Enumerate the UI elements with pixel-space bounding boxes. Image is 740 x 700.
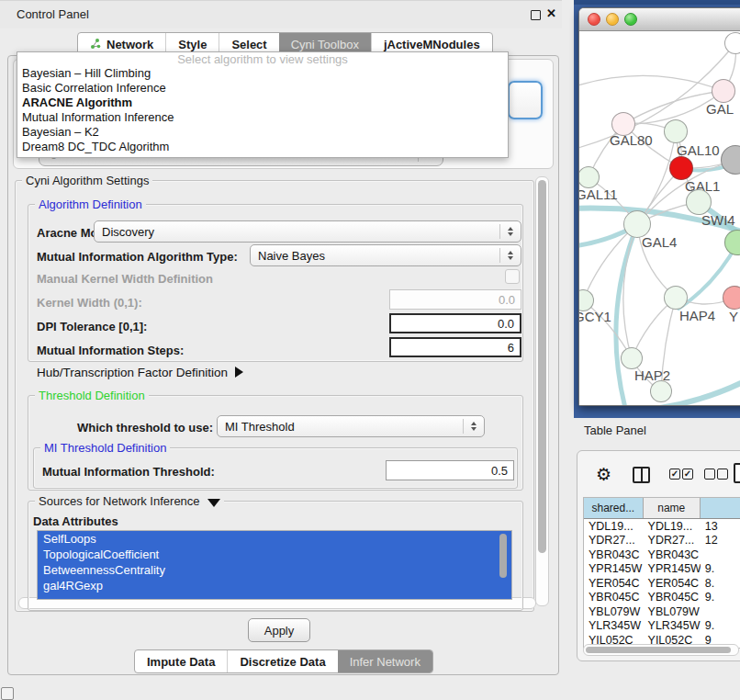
desktop-top-strip <box>574 0 740 5</box>
spinner-icon <box>463 419 477 433</box>
collapsed-arrow-icon <box>235 367 243 378</box>
table-cell: YLR345W <box>584 619 644 634</box>
network-node-gal1[interactable] <box>669 156 693 180</box>
network-window-titlebar[interactable] <box>579 8 740 31</box>
table-cell: 8. <box>701 576 740 591</box>
mi-threshold-label: Mutual Information Threshold: <box>42 465 215 479</box>
dpi-tolerance-field[interactable]: 0.0 <box>389 313 521 333</box>
tab-label: Cyni Toolbox <box>291 38 359 51</box>
network-node-swi4[interactable] <box>686 189 712 215</box>
table-cell: YDR27... <box>644 534 701 548</box>
table-panel: ⚙ ✓ ✓ shared...name YDL19...YDL19...13YD… <box>577 450 740 661</box>
data-attributes-list[interactable]: SelfLoopsTopologicalCoefficientBetweenne… <box>37 530 512 600</box>
table-cell <box>701 604 740 619</box>
zoom-traffic-light-icon[interactable] <box>624 13 637 26</box>
network-icon <box>90 39 101 50</box>
network-node-y[interactable] <box>723 286 740 310</box>
network-node-hap2[interactable] <box>621 347 643 369</box>
table-cell: YPR145W <box>644 562 701 577</box>
algorithm-item-bayesian-k2[interactable]: Bayesian – K2 <box>17 125 508 140</box>
tab-impute-data[interactable]: Impute Data <box>135 650 227 672</box>
attribute-item-topologicalcoefficient[interactable]: TopologicalCoefficient <box>38 547 511 562</box>
table-row[interactable]: YER054CYER054C8. <box>584 576 740 591</box>
network-node[interactable] <box>650 380 672 402</box>
algorithm-item-aracne-algorithm[interactable]: ARACNE Algorithm <box>17 96 508 110</box>
close-icon[interactable]: ✕ <box>546 6 556 20</box>
sources-group-label: Sources for Network Inference <box>39 494 200 508</box>
node-label-gal: GAL <box>706 101 734 117</box>
close-traffic-light-icon[interactable] <box>588 13 600 26</box>
table-row[interactable]: YDR27...YDR27...12 <box>584 534 740 548</box>
network-canvas[interactable]: GALGAL80GAL10GAL1GAL11SWI4GAL4GCY1HAP4YH… <box>579 31 740 405</box>
tab-label: Impute Data <box>147 655 215 669</box>
threshold-definition-title: Threshold Definition <box>35 389 149 402</box>
expanded-arrow-icon <box>207 499 220 507</box>
attribute-item-gal4rgexp[interactable]: gal4RGexp <box>38 578 511 593</box>
minimize-traffic-light-icon[interactable] <box>606 13 619 26</box>
network-node-hap4[interactable] <box>664 286 688 310</box>
dpi-tolerance-label: DPI Tolerance [0,1]: <box>37 320 147 333</box>
table-row[interactable]: YBL079WYBL079W <box>584 604 740 619</box>
node-attribute-table[interactable]: shared...name YDL19...YDL19...13YDR27...… <box>583 497 740 649</box>
algorithm-dropdown-popup: Select algorithm to view settings Bayesi… <box>17 51 509 158</box>
kernel-width-field[interactable]: 0.0 <box>389 289 521 310</box>
table-cell: YPR145W <box>584 562 644 577</box>
settings-vertical-scrollbar[interactable] <box>535 176 549 606</box>
mi-threshold-field[interactable]: 0.5 <box>386 460 514 480</box>
tab-infer-network[interactable]: Infer Network <box>338 650 432 672</box>
tab-discretize-data[interactable]: Discretize Data <box>227 650 337 672</box>
algorithm-item-mutual-information-inference[interactable]: Mutual Information Inference <box>17 110 508 125</box>
focused-combo-fragment[interactable] <box>508 81 543 119</box>
table-row[interactable]: YLR345WYLR345W9. <box>584 619 740 634</box>
table-row[interactable]: YBR043CYBR043C <box>584 548 740 562</box>
attributes-list-scrollbar-thumb[interactable] <box>499 534 507 578</box>
algorithm-item-bayesian-hill-climbing[interactable]: Bayesian – Hill Climbing <box>17 66 508 81</box>
mi-algorithm-type-value: Naive Bayes <box>258 249 325 263</box>
split-columns-icon[interactable] <box>633 467 650 483</box>
mi-threshold-group-title: MI Threshold Definition <box>40 441 170 455</box>
control-panel-titlebar: Control Panel ✕ <box>0 0 562 28</box>
table-header-row: shared...name <box>584 498 740 519</box>
float-panel-icon[interactable] <box>531 10 541 20</box>
document-icon[interactable] <box>734 463 740 483</box>
table-row[interactable]: YPR145WYPR145W9. <box>584 562 740 577</box>
aracne-mode-value: Discovery <box>102 225 154 239</box>
gear-icon[interactable]: ⚙ <box>596 466 611 483</box>
network-node-gal[interactable] <box>712 79 735 103</box>
table-row[interactable]: YBR045CYBR045C9. <box>584 591 740 605</box>
unchecked-checkbox-icon[interactable] <box>717 469 728 480</box>
table-cell: YBL079W <box>584 604 644 619</box>
mi-algorithm-type-combo[interactable]: Naive Bayes <box>250 244 521 266</box>
settings-vertical-scrollbar-thumb[interactable] <box>538 180 546 553</box>
mi-steps-field[interactable]: 6 <box>389 337 521 357</box>
column-header-name[interactable]: name <box>644 498 701 518</box>
which-threshold-combo[interactable]: MI Threshold <box>217 415 485 437</box>
column-header-shared[interactable]: shared... <box>584 498 644 518</box>
checked-checkbox-icon[interactable]: ✓ <box>682 469 693 480</box>
network-node-gal10[interactable] <box>664 119 688 143</box>
table-cell <box>701 548 740 562</box>
algorithm-item-basic-correlation-inference[interactable]: Basic Correlation Inference <box>17 81 508 96</box>
attribute-item-betweennesscentrality[interactable]: BetweennessCentrality <box>38 562 511 578</box>
column-header-clipped[interactable] <box>701 498 740 518</box>
table-cell: 9. <box>701 562 740 577</box>
table-row[interactable]: YDL19...YDL19...13 <box>584 519 740 534</box>
algorithm-item-dream8-dc-tdc-algorithm[interactable]: Dream8 DC_TDC Algorithm <box>17 140 508 154</box>
table-cell: YER054C <box>644 576 701 591</box>
algorithm-list: Bayesian – Hill ClimbingBasic Correlatio… <box>17 66 508 154</box>
checked-checkbox-icon[interactable]: ✓ <box>669 469 680 480</box>
tab-label: jActiveMNodules <box>384 38 480 51</box>
attribute-item-selfloops[interactable]: SelfLoops <box>38 531 511 547</box>
unchecked-checkbox-icon[interactable] <box>704 469 715 480</box>
sources-group-title[interactable]: Sources for Network Inference <box>35 494 224 508</box>
table-horizontal-scrollbar[interactable] <box>583 644 739 656</box>
table-horizontal-scrollbar-thumb[interactable] <box>586 647 731 653</box>
dock-icon[interactable] <box>1 687 14 700</box>
network-view-window[interactable]: GALGAL80GAL10GAL1GAL11SWI4GAL4GCY1HAP4YH… <box>578 7 740 406</box>
hub-definition-toggle[interactable]: Hub/Transcription Factor Definition <box>37 366 243 379</box>
network-node[interactable] <box>724 32 740 54</box>
aracne-mode-combo[interactable]: Discovery <box>94 220 521 243</box>
apply-button[interactable]: Apply <box>248 618 310 642</box>
spinner-icon <box>499 248 513 262</box>
manual-kernel-checkbox[interactable] <box>505 269 520 284</box>
